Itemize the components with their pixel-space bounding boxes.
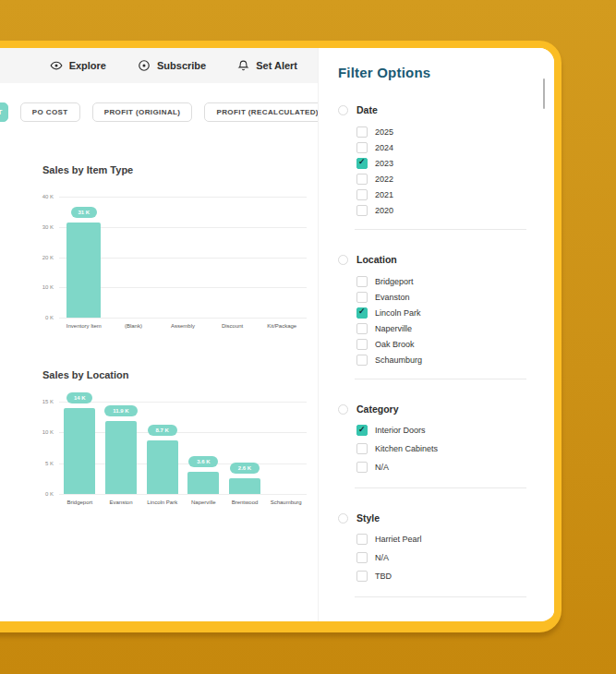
filter-option-2020[interactable]: 2020	[356, 202, 554, 218]
filter-section-header-location[interactable]: Location	[338, 254, 554, 265]
bell-icon	[237, 59, 249, 72]
filter-section-location: LocationBridgeportEvanstonLincoln ParkNa…	[338, 254, 554, 379]
filter-option-label: N/A	[375, 463, 389, 472]
chart-title: Sales by Location	[42, 369, 318, 380]
y-tick-label: 15 K	[31, 399, 54, 404]
filter-option-label: Lincoln Park	[375, 308, 421, 318]
x-axis-label: Naperville	[191, 499, 216, 505]
filter-option-label: N/A	[375, 553, 389, 562]
main-area: Explore Subscribe Set Al	[0, 48, 318, 621]
filter-option-label: 2025	[375, 127, 393, 137]
filter-option-evanston[interactable]: Evanston	[356, 289, 554, 305]
circle-icon	[338, 255, 348, 265]
checkbox-lincoln-park[interactable]	[356, 307, 368, 319]
checkbox-2024[interactable]	[356, 142, 368, 153]
section-divider	[355, 229, 526, 230]
filter-options-list: BridgeportEvanstonLincoln ParkNaperville…	[338, 273, 554, 367]
filter-option-label: Kitchen Cabinets	[375, 444, 438, 453]
checkbox-2023[interactable]	[356, 158, 368, 169]
gridline	[59, 432, 307, 433]
checkbox-n-a[interactable]	[356, 462, 368, 473]
charts-container: Sales by Item Type 0 K10 K20 K30 K40 K31…	[0, 122, 318, 494]
gridline	[59, 494, 307, 495]
filter-option-schaumburg[interactable]: Schaumburg	[356, 352, 554, 367]
tab-cost[interactable]: COST	[0, 102, 8, 122]
checkbox-2025[interactable]	[356, 126, 368, 138]
filter-option-oak-brook[interactable]: Oak Brook	[356, 336, 554, 352]
filter-sections: Date202520242023202220212020LocationBrid…	[338, 104, 554, 632]
filter-option-kitchen-cabinets[interactable]: Kitchen Cabinets	[356, 439, 554, 458]
filter-option-tbd[interactable]: TBD	[356, 567, 554, 585]
bar-naperville[interactable]	[187, 472, 219, 494]
tab-po-cost[interactable]: PO COST	[20, 102, 80, 122]
checkbox-tbd[interactable]	[356, 571, 368, 582]
metric-tabs: COST PO COST PROFIT (ORIGINAL) PROFIT (R…	[0, 102, 318, 122]
filter-option-n-a[interactable]: N/A	[356, 458, 554, 476]
filter-option-label: TBD	[375, 572, 392, 581]
y-tick-label: 30 K	[31, 224, 54, 230]
filter-option-2021[interactable]: 2021	[356, 187, 554, 202]
x-axis-label: Discount	[222, 323, 243, 329]
bar-inventory-item[interactable]	[66, 223, 101, 318]
checkbox-naperville[interactable]	[356, 323, 368, 334]
subscribe-button[interactable]: Subscribe	[138, 59, 206, 72]
filter-option-label: Evanston	[375, 293, 410, 302]
bar-bridgeport[interactable]	[64, 408, 95, 494]
filter-section-label: Vendor	[356, 621, 390, 632]
checkbox-evanston[interactable]	[356, 292, 368, 303]
dot-circle-icon	[138, 59, 151, 72]
filter-option-naperville[interactable]: Naperville	[356, 320, 554, 336]
y-tick-label: 0 K	[31, 491, 54, 497]
filter-option-2024[interactable]: 2024	[356, 139, 554, 155]
checkbox-kitchen-cabinets[interactable]	[356, 443, 368, 454]
section-divider	[355, 379, 526, 379]
filter-option-harriet-pearl[interactable]: Harriet Pearl	[356, 530, 554, 548]
filter-option-2023[interactable]: 2023	[356, 155, 554, 171]
filter-section-label: Category	[356, 403, 399, 415]
y-tick-label: 0 K	[31, 315, 54, 320]
y-tick-label: 40 K	[31, 194, 54, 199]
filter-section-vendor: Vendor	[338, 621, 554, 632]
filter-option-n-a[interactable]: N/A	[356, 548, 554, 567]
filter-section-header-date[interactable]: Date	[338, 104, 554, 115]
checkbox-harriet-pearl[interactable]	[356, 534, 368, 545]
filter-option-bridgeport[interactable]: Bridgeport	[356, 273, 554, 289]
filter-section-header-category[interactable]: Category	[338, 403, 554, 415]
bar-value-label: 31 K	[71, 207, 97, 218]
checkbox-schaumburg[interactable]	[356, 355, 368, 366]
filter-section-header-vendor[interactable]: Vendor	[338, 621, 554, 632]
gridline	[59, 197, 307, 198]
bar-value-label: 3.6 K	[188, 456, 218, 467]
gridline	[59, 463, 307, 464]
explore-label: Explore	[69, 60, 106, 71]
checkbox-oak-brook[interactable]	[356, 339, 368, 350]
chart-sales-by-item-type: Sales by Item Type 0 K10 K20 K30 K40 K31…	[42, 164, 318, 318]
filter-section-header-style[interactable]: Style	[338, 512, 554, 524]
bar-brentwood[interactable]	[229, 478, 260, 494]
checkbox-interior-doors[interactable]	[356, 425, 368, 436]
filter-option-2025[interactable]: 2025	[356, 124, 554, 139]
checkbox-2021[interactable]	[356, 189, 368, 200]
set-alert-button[interactable]: Set Alert	[237, 59, 297, 72]
tab-profit-recalculated[interactable]: PROFIT (RECALCULATED)	[204, 102, 330, 122]
filter-panel-title: Filter Options	[338, 65, 554, 80]
checkbox-n-a[interactable]	[356, 552, 368, 563]
filter-option-label: Oak Brook	[375, 340, 415, 349]
y-tick-label: 10 K	[31, 429, 54, 435]
bar-value-label: 14 K	[66, 392, 92, 403]
eye-icon	[50, 59, 63, 72]
bar-lincoln-park[interactable]	[147, 440, 178, 494]
tab-profit-original[interactable]: PROFIT (ORIGINAL)	[92, 102, 193, 122]
checkbox-2022[interactable]	[356, 174, 368, 185]
checkbox-bridgeport[interactable]	[356, 276, 368, 287]
filter-option-interior-doors[interactable]: Interior Doors	[356, 421, 554, 439]
chart-sales-by-location: Sales by Location 0 K5 K10 K15 K14 KBrid…	[42, 369, 318, 494]
checkbox-2020[interactable]	[356, 205, 368, 216]
explore-button[interactable]: Explore	[50, 59, 106, 72]
x-axis-label: Inventory Item	[66, 323, 102, 329]
bar-evanston[interactable]	[105, 421, 137, 494]
section-divider	[355, 596, 526, 597]
filter-option-lincoln-park[interactable]: Lincoln Park	[356, 305, 554, 320]
filter-option-2022[interactable]: 2022	[356, 171, 554, 187]
scrollbar-thumb[interactable]	[543, 78, 545, 109]
